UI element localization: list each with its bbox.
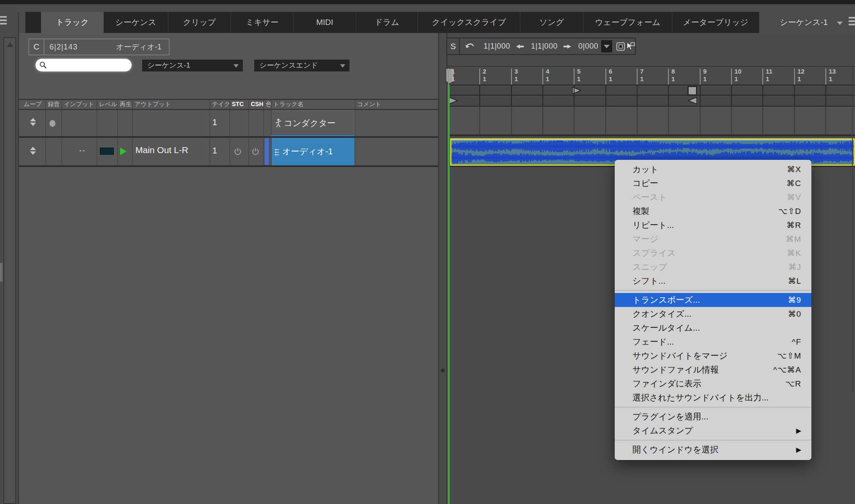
menu-separator	[615, 290, 811, 291]
measure-number: 11	[766, 68, 773, 75]
menu-item[interactable]: 開くウインドウを選択▶	[615, 443, 811, 457]
column-header: アウトプット	[135, 101, 171, 108]
menu-item[interactable]: 選択されたサウンドバイトを出力...	[615, 391, 811, 405]
menu-item[interactable]: スケールタイム...	[615, 321, 811, 335]
window-menu-icon[interactable]	[849, 17, 855, 27]
column-header: 録音	[48, 101, 60, 108]
menu-item[interactable]: リピート...⌘R	[615, 218, 811, 232]
menu-item-label: サウンドバイトをマージ	[632, 349, 728, 363]
selection-end[interactable]: 1|1|000	[531, 38, 558, 54]
menu-item[interactable]: カット⌘X	[615, 162, 811, 176]
chevron-down-icon[interactable]	[837, 22, 843, 25]
menu-item[interactable]: ファインダに表示⌥R	[615, 377, 811, 391]
move-handle-icon[interactable]	[30, 147, 36, 155]
tab-9[interactable]: ウェーブフォーム	[583, 12, 672, 33]
tab-10[interactable]: メーターブリッジ	[672, 12, 759, 33]
measure-number: 4	[546, 68, 549, 75]
grid-line	[542, 96, 543, 106]
tab-6[interactable]: ドラム	[356, 12, 418, 33]
marker-right-triangle-icon[interactable]	[448, 97, 458, 104]
menu-item[interactable]: トランスポーズ...⌘9	[615, 293, 811, 307]
menu-item[interactable]: シフト...⌘L	[615, 274, 811, 288]
tab-3[interactable]: クリップ	[168, 12, 231, 33]
grid-line	[511, 107, 512, 134]
left-scrollbar[interactable]	[3, 37, 16, 504]
output-assignment[interactable]: Main Out L-R	[135, 145, 188, 155]
menu-item[interactable]: コピー⌘C	[615, 176, 811, 190]
grid-line	[61, 138, 62, 165]
tab-1[interactable]: トラック	[41, 12, 104, 33]
sequence-start-dropdown[interactable]: シーケンス-1	[142, 60, 243, 71]
menu-item[interactable]: プラグインを適用...	[615, 410, 811, 424]
measure-ruler[interactable]: 112131415161718191101111121131	[448, 67, 855, 85]
sequence-selector[interactable]: シーケンス-1	[780, 12, 828, 33]
tab-8[interactable]: ソング	[520, 12, 583, 33]
playhead-line[interactable]	[448, 85, 450, 504]
level-meter[interactable]	[100, 148, 114, 155]
record-enable-dot[interactable]	[49, 120, 55, 127]
menu-item: スニップ⌘J	[615, 260, 811, 274]
conductor-icon	[275, 118, 282, 128]
chevron-down-icon	[340, 64, 345, 68]
menu-item[interactable]: サウンドバイトをマージ⌥⇧M	[615, 349, 811, 363]
tab-4[interactable]: ミキサー	[231, 12, 294, 33]
panel-divider[interactable]	[438, 33, 448, 504]
prev-arrow-icon[interactable]	[516, 44, 524, 49]
grid-line	[542, 107, 543, 134]
cursor-flag-icon[interactable]	[627, 42, 635, 51]
marker-square-icon[interactable]	[687, 86, 697, 96]
selection-dropdown[interactable]	[601, 40, 612, 52]
search-input[interactable]	[49, 60, 127, 71]
grid-line	[637, 96, 638, 106]
undo-icon[interactable]	[465, 42, 474, 49]
marker-lane-1[interactable]	[448, 85, 855, 96]
counter-position[interactable]: 6|2|143	[49, 39, 77, 55]
divider-handle[interactable]	[441, 369, 445, 373]
csh-power-icon[interactable]	[251, 147, 260, 156]
input-assignment[interactable]: --	[70, 146, 95, 155]
selection-square-icon[interactable]	[616, 42, 625, 51]
next-arrow-icon[interactable]	[563, 44, 572, 49]
hamburger-menu-icon[interactable]	[0, 16, 7, 26]
take-number[interactable]: 1	[212, 146, 217, 156]
grid-line	[355, 138, 355, 165]
track-name-cell-selected[interactable]: オーディオ-1	[271, 138, 355, 165]
selection-start[interactable]: 1|1|000	[484, 38, 510, 54]
menu-item[interactable]: フェード...^F	[615, 335, 811, 349]
counter-mode[interactable]: C	[29, 39, 44, 55]
selection-duration[interactable]: 0|000	[578, 38, 598, 54]
play-enable-icon[interactable]	[120, 148, 126, 155]
selection-mode[interactable]: S	[447, 38, 460, 54]
marker-left-triangle-icon[interactable]	[688, 97, 697, 104]
menu-item-label: スニップ	[632, 260, 667, 274]
track-name-cell[interactable]: コンダクター	[271, 110, 355, 136]
tab-5[interactable]: MIDI	[294, 12, 356, 33]
column-header: CSH	[251, 101, 264, 107]
grid-line	[45, 138, 46, 165]
menu-item[interactable]: クオンタイズ...⌘0	[615, 307, 811, 321]
beat-number: 1	[797, 75, 801, 82]
menu-item[interactable]: サウンドファイル情報^⌥⌘A	[615, 363, 811, 377]
menu-item[interactable]: 複製⌥⇧D	[615, 204, 811, 218]
grid-line	[605, 107, 606, 134]
tab-2[interactable]: シーケンス	[104, 12, 168, 33]
grid-line	[825, 85, 826, 95]
stc-power-icon[interactable]	[234, 147, 242, 156]
scroll-up-icon[interactable]	[7, 42, 14, 47]
tab-7[interactable]: クイックスクライブ	[418, 12, 520, 33]
grid-line	[355, 100, 355, 109]
move-handle-icon[interactable]	[30, 118, 36, 126]
track-color-swatch[interactable]	[265, 138, 269, 165]
sequence-end-dropdown[interactable]: シーケンスエンド	[254, 60, 349, 71]
grid-line	[248, 138, 249, 165]
submenu-arrow-icon: ▶	[796, 424, 801, 438]
marker-lane-2[interactable]	[448, 96, 855, 107]
counter-display[interactable]: C 6|2|143 オーディオ-1	[28, 38, 170, 55]
search-box[interactable]	[36, 59, 132, 71]
take-number[interactable]: 1	[212, 118, 217, 127]
measure-tick	[448, 68, 449, 85]
edge-handle	[0, 263, 3, 282]
grid-line	[668, 107, 669, 134]
grid-line	[574, 107, 575, 134]
menu-item[interactable]: タイムスタンプ▶	[615, 424, 811, 438]
